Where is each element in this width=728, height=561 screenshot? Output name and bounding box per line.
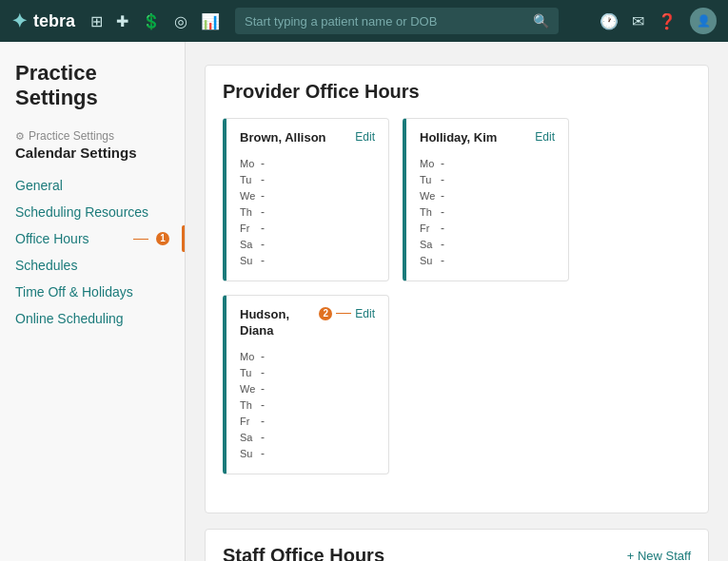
edit-link-2[interactable]: Edit bbox=[355, 307, 375, 320]
provider-name-0: Brown, Allison bbox=[240, 130, 326, 146]
schedule-row: We- bbox=[240, 188, 375, 204]
schedule-row: Th- bbox=[240, 204, 375, 221]
schedule-row: Su- bbox=[240, 253, 375, 269]
annotation-1: 1 bbox=[133, 232, 169, 245]
help-icon[interactable]: ❓ bbox=[658, 12, 677, 30]
sidebar-breadcrumb: ⚙ Practice Settings bbox=[15, 129, 185, 143]
provider-name-2: Hudson, Diana bbox=[240, 307, 315, 339]
edit-link-1[interactable]: Edit bbox=[535, 130, 555, 144]
schedule-row: Th- bbox=[240, 397, 375, 414]
avatar[interactable]: 👤 bbox=[690, 8, 717, 34]
sidebar-item-scheduling-resources[interactable]: Scheduling Resources bbox=[15, 199, 185, 225]
schedule-row: Th- bbox=[420, 204, 555, 221]
brand-name: tebra bbox=[33, 11, 75, 31]
staff-section: Staff Office Hours + New Staff bbox=[205, 529, 709, 561]
settings-icon: ⚙ bbox=[15, 130, 25, 143]
schedule-row: Sa- bbox=[240, 430, 375, 446]
topnav-right: 🕐 ✉ ❓ 👤 bbox=[600, 8, 717, 34]
schedule-row: Tu- bbox=[240, 365, 375, 381]
sidebar-item-office-hours[interactable]: Office Hours 1 bbox=[15, 225, 185, 252]
grid-icon[interactable]: ⊞ bbox=[90, 12, 103, 30]
search-input[interactable] bbox=[245, 14, 533, 29]
dollar-icon[interactable]: 💲 bbox=[142, 12, 161, 30]
staff-section-heading: Staff Office Hours bbox=[223, 545, 384, 561]
schedule-row: Tu- bbox=[420, 172, 555, 188]
search-bar[interactable]: 🔍 bbox=[235, 8, 559, 34]
schedule-row: Fr- bbox=[240, 414, 375, 430]
mail-icon[interactable]: ✉ bbox=[632, 12, 644, 30]
provider-card-0: Brown, Allison Edit Mo- Tu- We- Th- Fr- … bbox=[223, 118, 389, 281]
brand-logo[interactable]: ✦ tebra bbox=[11, 10, 75, 32]
schedule-row: Su- bbox=[240, 446, 375, 462]
chart-icon[interactable]: 📊 bbox=[201, 12, 220, 30]
sidebar-item-online-scheduling[interactable]: Online Scheduling bbox=[15, 305, 185, 332]
page-title: Practice Settings bbox=[15, 61, 185, 110]
schedule-row: Mo- bbox=[420, 156, 555, 172]
staff-section-header: Staff Office Hours + New Staff bbox=[223, 545, 691, 561]
sidebar-item-general[interactable]: General bbox=[15, 172, 185, 199]
sidebar: Practice Settings ⚙ Practice Settings Ca… bbox=[0, 42, 186, 561]
provider-card-header-2: Hudson, Diana 2 Edit bbox=[240, 307, 375, 339]
sidebar-item-time-off[interactable]: Time Off & Holidays bbox=[15, 279, 185, 305]
content-area: Provider Office Hours Brown, Allison Edi… bbox=[186, 42, 728, 561]
sidebar-item-schedules[interactable]: Schedules bbox=[15, 252, 185, 279]
schedule-row: Su- bbox=[420, 253, 555, 269]
history-icon[interactable]: 🕐 bbox=[600, 12, 619, 30]
schedule-row: We- bbox=[240, 381, 375, 397]
provider-card-header-1: Holliday, Kim Edit bbox=[420, 130, 555, 146]
main-layout: Practice Settings ⚙ Practice Settings Ca… bbox=[0, 42, 728, 561]
sidebar-nav: General Scheduling Resources Office Hour… bbox=[15, 172, 185, 332]
schedule-row: Tu- bbox=[240, 172, 375, 188]
provider-card-2: Hudson, Diana 2 Edit Mo- Tu- We- Th- Fr-… bbox=[223, 295, 389, 474]
schedule-row: Sa- bbox=[240, 237, 375, 253]
plus-icon[interactable]: ✚ bbox=[116, 12, 128, 30]
schedule-row: Mo- bbox=[240, 349, 375, 365]
location-icon[interactable]: ◎ bbox=[174, 12, 187, 30]
sidebar-section-title: Calendar Settings bbox=[15, 145, 185, 161]
schedule-row: Sa- bbox=[420, 237, 555, 253]
top-navigation: ✦ tebra ⊞ ✚ 💲 ◎ 📊 🔍 🕐 ✉ ❓ 👤 bbox=[0, 0, 728, 42]
schedule-row: Fr- bbox=[240, 221, 375, 237]
logo-icon: ✦ bbox=[11, 10, 28, 32]
breadcrumb-text: Practice Settings bbox=[29, 129, 114, 143]
schedule-row: Fr- bbox=[420, 221, 555, 237]
provider-card-header-0: Brown, Allison Edit bbox=[240, 130, 375, 146]
provider-card-1: Holliday, Kim Edit Mo- Tu- We- Th- Fr- S… bbox=[403, 118, 569, 281]
edit-link-0[interactable]: Edit bbox=[355, 130, 375, 144]
provider-section: Provider Office Hours Brown, Allison Edi… bbox=[205, 65, 709, 513]
search-icon: 🔍 bbox=[533, 13, 549, 29]
provider-section-heading: Provider Office Hours bbox=[223, 81, 691, 103]
schedule-row: Mo- bbox=[240, 156, 375, 172]
new-staff-button[interactable]: + New Staff bbox=[627, 549, 691, 561]
nav-icons: ⊞ ✚ 💲 ◎ 📊 bbox=[90, 12, 220, 30]
provider-cards-container: Brown, Allison Edit Mo- Tu- We- Th- Fr- … bbox=[223, 118, 691, 474]
provider-name-1: Holliday, Kim bbox=[420, 130, 497, 146]
schedule-row: We- bbox=[420, 188, 555, 204]
annotation-2: 2 bbox=[315, 307, 351, 320]
